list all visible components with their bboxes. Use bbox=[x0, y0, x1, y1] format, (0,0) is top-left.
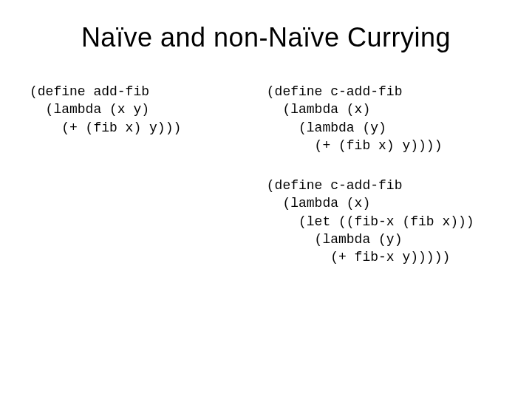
slide-title: Naïve and non-Naïve Currying bbox=[30, 22, 502, 53]
right-column: (define c-add-fib (lambda (x) (lambda (y… bbox=[267, 83, 517, 289]
content-columns: (define add-fib (lambda (x y) (+ (fib x)… bbox=[30, 83, 502, 289]
code-curried-let: (define c-add-fib (lambda (x) (let ((fib… bbox=[267, 177, 517, 266]
code-naive-curry: (define add-fib (lambda (x y) (+ (fib x)… bbox=[30, 83, 252, 137]
left-column: (define add-fib (lambda (x y) (+ (fib x)… bbox=[30, 83, 252, 289]
slide: Naïve and non-Naïve Currying (define add… bbox=[0, 0, 532, 399]
code-curried-simple: (define c-add-fib (lambda (x) (lambda (y… bbox=[267, 83, 517, 154]
